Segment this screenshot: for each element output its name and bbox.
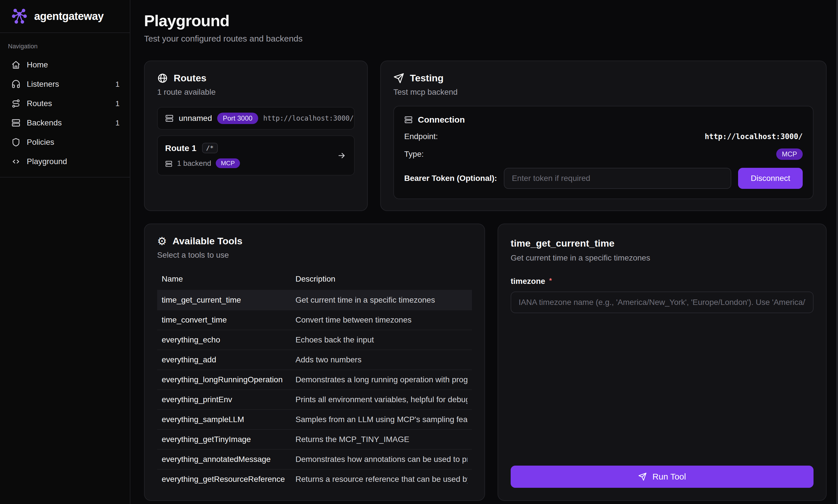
tool-name: everything_annotatedMessage [162,455,295,464]
tool-row-everything_annotatedMessage[interactable]: everything_annotatedMessage Demonstrates… [157,449,472,469]
bearer-token-row: Bearer Token (Optional): Disconnect [404,168,803,189]
route-type-badge: MCP [216,158,240,168]
endpoint-row: Endpoint: http://localhost:3000/ [404,132,803,141]
testing-card-subtitle: Test mcp backend [394,88,814,97]
tool-description: Returns a resource reference that can be… [295,475,467,484]
tools-table: Name Description time_get_current_time G… [157,270,472,489]
tools-table-header: Name Description [157,270,472,290]
tool-name: everything_longRunningOperation [162,375,295,384]
sidebar-item-policies[interactable]: Policies [0,132,130,152]
agentgateway-logo-icon [10,7,29,25]
tool-row-time_convert_time[interactable]: time_convert_time Convert time between t… [157,310,472,330]
sidebar-item-routes[interactable]: Routes 1 [0,94,130,113]
home-icon [12,60,20,69]
tool-row-everything_getTinyImage[interactable]: everything_getTinyImage Returns the MCP_… [157,429,472,449]
tool-name: everything_getResourceReference [162,475,295,484]
tool-row-everything_echo[interactable]: everything_echo Echoes back the input [157,330,472,349]
tool-description: Echoes back the input [295,335,467,344]
shield-icon [12,138,20,147]
disconnect-button[interactable]: Disconnect [738,168,803,189]
route-meta: 1 backend MCP [165,158,347,168]
tool-description: Demonstrates how annotations can be used… [295,455,467,464]
sidebar-item-label: Playground [27,157,67,166]
tools-card-header: ⚙ Available Tools [157,235,472,247]
tool-description: Samples from an LLM using MCP's sampling… [295,415,467,424]
endpoint-label: Endpoint: [404,132,438,141]
page-subtitle: Test your configured routes and backends [144,34,826,43]
sidebar: agentgateway Navigation Home Listeners 1 [0,0,130,504]
sidebar-item-listeners[interactable]: Listeners 1 [0,74,130,94]
routes-count-badge: 1 [116,99,120,108]
sidebar-item-playground[interactable]: Playground [0,152,130,171]
connection-title: Connection [418,115,465,125]
sidebar-item-label: Home [27,60,48,69]
type-badge: MCP [776,148,803,160]
scrollbar[interactable] [836,0,838,504]
connection-title-row: Connection [404,115,803,125]
tool-name: time_get_current_time [162,295,295,305]
column-header-name: Name [162,274,295,284]
tool-detail-subtitle: Get current time in a specific timezones [511,253,814,263]
listener-url: http://localhost:3000/ [263,114,354,122]
tool-row-everything_getResourceReference[interactable]: everything_getResourceReference Returns … [157,469,472,489]
tool-description: Returns the MCP_TINY_IMAGE [295,435,467,444]
headphones-icon [12,79,20,89]
sidebar-item-backends[interactable]: Backends 1 [0,113,130,132]
tool-row-time_get_current_time[interactable]: time_get_current_time Get current time i… [157,290,472,310]
tool-detail-title: time_get_current_time [511,238,814,249]
connection-panel: Connection Endpoint: http://localhost:30… [394,106,814,199]
column-header-description: Description [295,274,467,284]
tool-name: everything_getTinyImage [162,435,295,444]
tool-name: everything_add [162,355,295,364]
sidebar-item-label: Policies [27,138,54,147]
server-rack-icon [165,160,173,167]
bottom-row: ⚙ Available Tools Select a tools to use … [144,223,826,501]
sidebar-item-label: Routes [27,99,52,108]
route-icon [12,99,20,108]
routes-card-title: Routes [174,73,206,84]
route-card[interactable]: Route 1 /* 1 backend MCP [157,136,355,176]
tool-name: time_convert_time [162,316,295,325]
gear-icon: ⚙ [157,236,167,247]
sidebar-nav: Home Listeners 1 Routes 1 Backe [0,55,130,178]
app-window: agentgateway Navigation Home Listeners 1 [0,0,838,504]
tool-row-everything_add[interactable]: everything_add Adds two numbers [157,349,472,370]
routes-card-header: Routes [157,73,355,84]
run-tool-button[interactable]: Run Tool [511,466,814,488]
bearer-token-label: Bearer Token (Optional): [404,174,497,183]
server-rack-icon [404,115,413,124]
tool-description: Demonstrates a long running operation wi… [295,375,467,384]
sidebar-item-label: Backends [27,118,62,127]
tool-description: Prints all environment variables, helpfu… [295,395,467,404]
app-title: agentgateway [34,10,104,22]
port-badge: Port 3000 [217,113,258,124]
listener-name: unnamed [179,114,212,123]
run-tool-label: Run Tool [652,472,686,482]
sidebar-item-home[interactable]: Home [0,55,130,74]
tool-description: Convert time between timezones [295,316,467,325]
tools-card-subtitle: Select a tools to use [157,251,472,260]
endpoint-value: http://localhost:3000/ [705,132,803,141]
tool-row-everything_longRunningOperation[interactable]: everything_longRunningOperation Demonstr… [157,370,472,389]
tool-row-everything_sampleLLM[interactable]: everything_sampleLLM Samples from an LLM… [157,409,472,429]
tool-row-everything_printEnv[interactable]: everything_printEnv Prints all environme… [157,389,472,409]
sidebar-divider [0,177,130,178]
timezone-field-label-row: timezone* [511,277,814,286]
server-icon [12,118,20,127]
route-name: Route 1 [165,143,196,153]
testing-card: Testing Test mcp backend Connection Endp… [380,60,826,211]
type-label: Type: [404,150,423,159]
code-icon [12,157,20,166]
send-icon [638,472,647,481]
page-title: Playground [144,11,826,30]
testing-card-header: Testing [394,73,814,84]
listener-row[interactable]: unnamed Port 3000 http://localhost:3000/ [157,107,355,130]
timezone-input[interactable] [511,291,814,313]
tool-description: Get current time in a specific timezones [295,295,467,305]
tool-name: everything_echo [162,335,295,344]
route-title-row: Route 1 /* [165,143,347,153]
send-icon [394,73,404,84]
tool-name: everything_sampleLLM [162,415,295,424]
bearer-token-input[interactable] [504,168,731,189]
app-logo[interactable]: agentgateway [0,0,130,33]
